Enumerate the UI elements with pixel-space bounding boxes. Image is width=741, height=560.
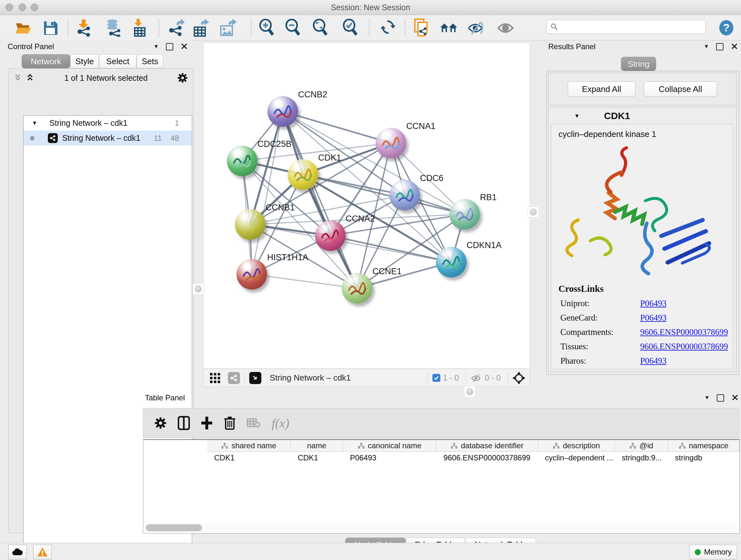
control-panel-close-icon[interactable]: ✕	[180, 44, 188, 50]
clone-network-button[interactable]	[413, 19, 431, 37]
collapse-all-chevrons-icon[interactable]	[13, 74, 23, 82]
control-panel-menu-arrow-icon[interactable]: ▼	[153, 44, 159, 50]
import-network-from-database-button[interactable]	[105, 19, 123, 37]
protein-node-ccnb2[interactable]	[267, 96, 298, 127]
crosslink-label: Pharos:	[560, 356, 640, 366]
table-cell[interactable]: P06493	[343, 452, 436, 464]
table-panel-float-icon[interactable]	[717, 394, 724, 401]
import-network-file-button[interactable]	[75, 19, 92, 37]
zoom-fit-button[interactable]	[312, 19, 329, 37]
export-image-button[interactable]	[219, 19, 237, 37]
open-session-button[interactable]	[15, 19, 32, 37]
table-panel-close-icon[interactable]: ✕	[731, 395, 739, 401]
grid-view-icon[interactable]	[209, 372, 221, 384]
show-columns-icon[interactable]	[178, 416, 190, 430]
collection-expand-arrow-icon[interactable]: ▼	[32, 120, 37, 126]
column-header-database-identifier[interactable]: database identifier	[436, 440, 538, 451]
table-options-gear-icon[interactable]	[154, 417, 167, 429]
protein-node-hist1h1a[interactable]	[237, 259, 267, 290]
tab-network[interactable]: Network	[22, 54, 70, 68]
export-table-button[interactable]	[192, 19, 210, 37]
tab-style[interactable]: Style	[70, 54, 99, 68]
column-header-shared-name[interactable]: shared name	[207, 440, 291, 451]
birdseye-view-icon[interactable]	[513, 372, 525, 384]
create-column-plus-icon[interactable]	[201, 416, 213, 430]
memory-button[interactable]: Memory	[689, 545, 737, 559]
expand-all-chevrons-icon[interactable]	[25, 74, 35, 82]
right-splitter-grip[interactable]	[528, 206, 539, 218]
help-button[interactable]: ?	[718, 19, 735, 37]
delete-column-trash-icon[interactable]	[224, 416, 236, 430]
detach-view-icon[interactable]	[249, 372, 261, 384]
table-cell[interactable]: CDK1	[207, 452, 291, 464]
warnings-button[interactable]	[33, 545, 52, 559]
cdk1-collapse-arrow-icon[interactable]: ▼	[574, 113, 580, 119]
expand-all-button[interactable]: Expand All	[568, 81, 635, 97]
results-panel-close-icon[interactable]: ✕	[731, 44, 738, 50]
network-node-count: 11	[154, 134, 162, 143]
control-panel-float-icon[interactable]	[166, 43, 173, 51]
network-options-gear-icon[interactable]	[177, 72, 188, 83]
hidden-count-eye-icon[interactable]	[471, 373, 482, 383]
string-network-badge-icon[interactable]	[228, 372, 240, 384]
scrollbar-thumb[interactable]	[146, 524, 202, 531]
protein-ribbon-thumbnail	[454, 205, 475, 224]
zoom-in-button[interactable]	[258, 19, 276, 37]
protein-node-ccna2[interactable]	[315, 220, 346, 251]
protein-node-cdc25b[interactable]	[227, 145, 258, 176]
protein-node-ccnb1[interactable]	[235, 209, 266, 240]
protein-node-ccna1[interactable]	[376, 128, 406, 159]
collapse-all-button[interactable]: Collapse All	[644, 81, 717, 97]
svg-text:?: ?	[723, 21, 730, 34]
crosslink-link[interactable]: P06493	[640, 299, 667, 308]
protein-node-cdkn1a[interactable]	[436, 247, 467, 277]
table-row[interactable]: CDK1CDK1P064939606.ENSP00000378699cyclin…	[207, 452, 739, 464]
left-splitter-grip[interactable]	[192, 283, 204, 295]
zoom-selected-button[interactable]	[341, 19, 359, 37]
first-neighbors-button[interactable]	[440, 19, 458, 37]
protein-node-cdk1[interactable]	[287, 159, 318, 190]
results-panel-menu-arrow-icon[interactable]: ▼	[704, 44, 709, 50]
cloud-button[interactable]	[8, 545, 27, 559]
search-input[interactable]	[561, 22, 702, 32]
column-header--id[interactable]: @id	[615, 440, 668, 451]
table-panel-menu-arrow-icon[interactable]: ▼	[704, 395, 710, 401]
crosslink-link[interactable]: 9606.ENSP00000378699	[640, 341, 728, 352]
table-cell[interactable]: stringdb	[668, 452, 739, 464]
control-panel-tabs: Network Style Select Sets	[22, 54, 163, 68]
import-table-button[interactable]	[130, 19, 148, 37]
zoom-out-button[interactable]	[284, 19, 302, 37]
table-cell[interactable]: cyclin–dependent ...	[538, 452, 615, 464]
protein-node-cdc6[interactable]	[389, 180, 420, 210]
save-session-button[interactable]	[42, 19, 59, 37]
function-builder-icon: f(x)	[272, 416, 289, 431]
search-field[interactable]	[546, 20, 706, 34]
hide-selected-button[interactable]	[467, 19, 485, 37]
table-cell[interactable]: stringdb:9...	[615, 452, 668, 464]
table-horizontal-scrollbar[interactable]	[145, 523, 736, 532]
column-header-namespace[interactable]: namespace	[668, 440, 739, 451]
tab-string[interactable]: String	[621, 57, 656, 71]
results-panel-float-icon[interactable]	[716, 43, 724, 51]
tab-sets[interactable]: Sets	[137, 54, 163, 68]
column-header-name[interactable]: name	[291, 440, 343, 451]
export-network-button[interactable]	[167, 19, 185, 37]
column-header-description[interactable]: description	[538, 440, 615, 451]
table-cell[interactable]: CDK1	[291, 452, 343, 464]
tab-select[interactable]: Select	[99, 54, 137, 68]
selected-count-checkbox-icon[interactable]	[432, 374, 441, 382]
network-status-dot-icon	[30, 136, 35, 140]
protein-node-rb1[interactable]	[449, 199, 480, 230]
cdk1-section: ▼ CDK1 cyclin–dependent kinase 1	[548, 107, 737, 372]
network-row[interactable]: String Network – cdk1 11 48	[23, 131, 192, 145]
column-header-canonical-name[interactable]: canonical name	[343, 440, 436, 451]
protein-node-ccne1[interactable]	[342, 273, 373, 304]
show-all-button[interactable]	[496, 19, 515, 37]
network-collection-row[interactable]: ▼ String Network – cdk1 1	[23, 116, 192, 131]
apply-layout-button[interactable]	[379, 19, 397, 37]
table-cell[interactable]: 9606.ENSP00000378699	[436, 452, 538, 464]
crosslink-link[interactable]: P06493	[640, 356, 667, 366]
crosslink-link[interactable]: 9606.ENSP00000378699	[640, 327, 728, 337]
network-canvas[interactable]: CCNB2CCNA1CDC25BCDK1CDC6RB1CCNB1CCNA2CDK…	[203, 43, 530, 369]
crosslink-link[interactable]: P06493	[640, 313, 667, 323]
